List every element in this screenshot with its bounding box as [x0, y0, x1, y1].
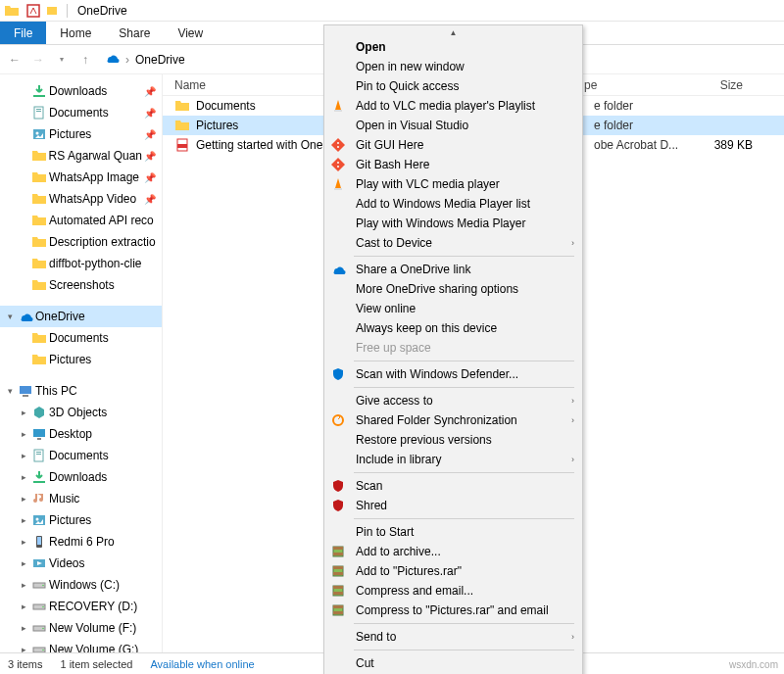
menu-item-git-bash-here[interactable]: Git Bash Here — [324, 155, 582, 174]
menu-item-open-in-visual-studio[interactable]: Open in Visual Studio — [324, 116, 582, 135]
menu-item-label: Add to Windows Media Player list — [356, 197, 555, 211]
file-tab[interactable]: File — [0, 22, 46, 44]
menu-item-always-keep-on-this-device[interactable]: Always keep on this device — [324, 318, 582, 338]
menu-item-label: Shred — [356, 499, 555, 512]
pdf-icon — [174, 137, 190, 153]
tree-item-downloads[interactable]: ▸Downloads — [0, 466, 162, 488]
menu-item-cast-to-device[interactable]: Cast to Device› — [324, 233, 582, 253]
menu-item-include-in-library[interactable]: Include in library› — [324, 450, 582, 469]
menu-item-label: Pin to Start — [356, 525, 555, 539]
tree-item-label: Pictures — [49, 513, 91, 527]
breadcrumb[interactable]: › OneDrive — [98, 49, 191, 71]
menu-item-shred[interactable]: Shred — [324, 496, 582, 515]
tree-item-rs-agarwal-quan[interactable]: RS Agarwal Quan📌 — [0, 145, 162, 167]
tree-item-this-pc[interactable]: ▾This PC — [0, 380, 162, 402]
music-icon — [31, 491, 47, 506]
menu-item-give-access-to[interactable]: Give access to› — [324, 391, 582, 410]
forward-button[interactable]: → — [27, 49, 49, 71]
tree-item-documents[interactable]: Documents📌 — [0, 102, 162, 123]
menu-item-send-to[interactable]: Send to› — [324, 627, 582, 647]
svg-rect-39 — [333, 547, 343, 550]
breadcrumb-onedrive[interactable]: OneDrive — [135, 53, 185, 67]
menu-item-view-online[interactable]: View online — [324, 299, 582, 318]
recent-locations-button[interactable]: ▾ — [51, 49, 73, 71]
tree-item-pictures[interactable]: Pictures — [0, 349, 162, 370]
menu-item-play-with-windows-media-player[interactable]: Play with Windows Media Player — [324, 214, 582, 233]
menu-item-add-to-archive[interactable]: Add to archive... — [324, 542, 582, 561]
tree-item-new-volume-g-[interactable]: ▸New Volume (G:) — [0, 639, 162, 652]
tree-item-desktop[interactable]: ▸Desktop — [0, 423, 162, 445]
menu-item-add-to-windows-media-player-list[interactable]: Add to Windows Media Player list — [324, 194, 582, 214]
menu-item-scan-with-windows-defender[interactable]: Scan with Windows Defender... — [324, 364, 582, 384]
tree-item-whatsapp-video[interactable]: WhatsApp Video📌 — [0, 188, 162, 210]
menu-item-share-a-onedrive-link[interactable]: Share a OneDrive link — [324, 260, 582, 279]
tree-item-downloads[interactable]: Downloads📌 — [0, 80, 162, 102]
tree-item-diffbot-python-clie[interactable]: diffbot-python-clie — [0, 253, 162, 274]
menu-item-compress-and-email[interactable]: Compress and email... — [324, 581, 582, 601]
up-button[interactable]: ↑ — [74, 49, 96, 71]
tree-item-label: Pictures — [49, 127, 91, 141]
tree-item-documents[interactable]: Documents — [0, 327, 162, 349]
menu-item-label: Share a OneDrive link — [356, 263, 555, 276]
tree-item-pictures[interactable]: ▸Pictures — [0, 509, 162, 531]
menu-item-label: Play with Windows Media Player — [356, 217, 555, 230]
blank-icon — [328, 196, 348, 212]
defender-icon — [328, 366, 348, 382]
menu-item-open-in-new-window[interactable]: Open in new window — [324, 57, 582, 76]
tree-item-documents[interactable]: ▸Documents — [0, 445, 162, 466]
qa-new-folder-icon[interactable] — [44, 2, 62, 20]
menu-item-shared-folder-synchronization[interactable]: Shared Folder Synchronization› — [324, 410, 582, 430]
tree-item-screenshots[interactable]: Screenshots — [0, 274, 162, 296]
share-tab[interactable]: Share — [105, 22, 164, 44]
tree-item-automated-api-reco[interactable]: Automated API reco — [0, 210, 162, 231]
tree-item-videos[interactable]: ▸Videos — [0, 553, 162, 574]
view-tab[interactable]: View — [164, 22, 217, 44]
menu-item-open[interactable]: Open — [324, 37, 582, 57]
menu-item-scan[interactable]: Scan — [324, 476, 582, 496]
menu-item-restore-previous-versions[interactable]: Restore previous versions — [324, 430, 582, 450]
desktop-icon — [31, 426, 47, 442]
blank-icon — [328, 78, 348, 94]
back-button[interactable]: ← — [4, 49, 25, 71]
folder-icon — [31, 191, 47, 207]
tree-item-recovery-d-[interactable]: ▸RECOVERY (D:) — [0, 596, 162, 617]
svg-point-33 — [337, 146, 339, 148]
column-type[interactable]: pe — [584, 78, 682, 92]
pictures-icon — [31, 512, 47, 528]
sync-icon — [328, 412, 348, 428]
svg-rect-45 — [333, 586, 343, 589]
menu-item-label: Compress to "Pictures.rar" and email — [356, 603, 555, 617]
tree-item-windows-c-[interactable]: ▸Windows (C:) — [0, 574, 162, 596]
tree-item-whatsapp-image[interactable]: WhatsApp Image📌 — [0, 167, 162, 188]
menu-item-compress-to-pictures-rar-and-email[interactable]: Compress to "Pictures.rar" and email — [324, 601, 582, 620]
menu-scroll-up[interactable]: ▲ — [324, 27, 582, 37]
menu-item-add-to-pictures-rar[interactable]: Add to "Pictures.rar" — [324, 561, 582, 581]
tree-item-label: Description extractio — [49, 235, 156, 249]
menu-item-label: Add to archive... — [356, 545, 555, 558]
tree-item-description-extractio[interactable]: Description extractio — [0, 231, 162, 253]
tree-item-pictures[interactable]: Pictures📌 — [0, 123, 162, 145]
menu-item-more-onedrive-sharing-options[interactable]: More OneDrive sharing options — [324, 279, 582, 299]
pin-icon: 📌 — [144, 194, 156, 205]
chevron-icon: ▸ — [18, 451, 29, 460]
tree-item-new-volume-f-[interactable]: ▸New Volume (F:) — [0, 617, 162, 639]
menu-item-cut[interactable]: Cut — [324, 653, 582, 673]
home-tab[interactable]: Home — [46, 22, 105, 44]
menu-item-label: Include in library — [356, 453, 555, 466]
tree-item-3d-objects[interactable]: ▸3D Objects — [0, 402, 162, 423]
menu-item-pin-to-start[interactable]: Pin to Start — [324, 522, 582, 542]
tree-item-label: Pictures — [49, 353, 91, 366]
qa-properties-icon[interactable] — [24, 2, 42, 20]
pictures-icon — [31, 126, 47, 142]
menu-item-pin-to-quick-access[interactable]: Pin to Quick access — [324, 76, 582, 96]
menu-item-play-with-vlc-media-player[interactable]: Play with VLC media player — [324, 174, 582, 194]
menu-item-add-to-vlc-media-player-s-playlist[interactable]: Add to VLC media player's Playlist — [324, 96, 582, 116]
tree-item-redmi-6-pro[interactable]: ▸Redmi 6 Pro — [0, 531, 162, 553]
tree-item-onedrive[interactable]: ▾OneDrive — [0, 306, 162, 327]
blank-icon — [328, 235, 348, 251]
column-size[interactable]: Size — [682, 78, 751, 92]
tree-item-music[interactable]: ▸Music — [0, 488, 162, 509]
tree-item-label: Documents — [49, 106, 109, 120]
chevron-icon: ▸ — [18, 558, 29, 568]
menu-item-git-gui-here[interactable]: Git GUI Here — [324, 135, 582, 155]
